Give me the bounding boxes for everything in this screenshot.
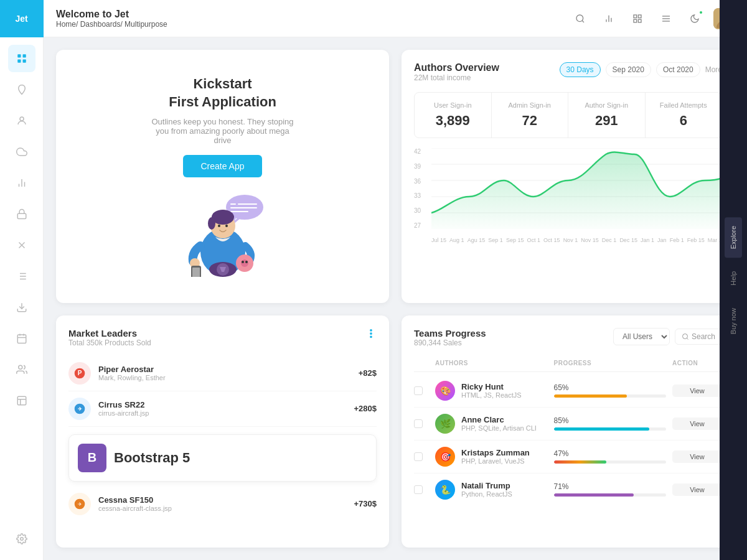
teams-user-filter[interactable]: All Users xyxy=(613,328,670,345)
svg-rect-23 xyxy=(17,396,26,405)
svg-rect-33 xyxy=(638,15,641,18)
sidebar-item-close[interactable] xyxy=(8,231,35,259)
row-checkbox-ricky[interactable] xyxy=(414,386,423,395)
table-header: AUTHORS PROGRESS ACTION xyxy=(414,356,722,372)
sidebar-item-chart[interactable] xyxy=(8,169,35,197)
search-placeholder-text: Search xyxy=(692,332,715,341)
logo[interactable]: Jet xyxy=(0,0,44,37)
stat-failed-attempts: Failed Attempts 6 xyxy=(646,93,722,138)
team-author-ricky: 🎨 Ricky Hunt HTML, JS, ReactJS xyxy=(435,381,548,401)
right-sidebar-explore[interactable]: Explore xyxy=(725,217,742,258)
sidebar: Jet xyxy=(0,0,44,560)
team-name-natali: Natali Trump xyxy=(461,481,512,490)
stat-value-user: 3,899 xyxy=(422,113,484,129)
progress-kristaps: 47% xyxy=(554,449,667,464)
kickstart-title: Kickstart First Application xyxy=(169,75,276,111)
right-sidebar-help[interactable]: Help xyxy=(725,263,742,294)
chart-svg-container xyxy=(431,148,722,229)
row-checkbox-anne[interactable] xyxy=(414,419,423,428)
sidebar-nav xyxy=(8,37,35,518)
sidebar-item-settings[interactable] xyxy=(8,525,35,553)
row-checkbox-kristaps[interactable] xyxy=(414,452,423,461)
y-label-36: 36 xyxy=(414,178,429,185)
team-author-kristaps: 🎯 Kristaps Zumman PHP, Laravel, VueJS xyxy=(435,447,548,467)
chart-y-labels: 42 39 36 33 30 27 xyxy=(414,148,429,229)
market-header: Market Leaders Total 350k Products Sold xyxy=(68,328,377,347)
market-subtitle: Total 350k Products Sold xyxy=(68,338,151,347)
col-action: ACTION xyxy=(672,360,722,366)
sidebar-item-home[interactable] xyxy=(8,45,35,72)
stat-value-admin: 72 xyxy=(499,113,561,129)
row-checkbox-natali[interactable] xyxy=(414,485,423,494)
svg-text:✈: ✈ xyxy=(78,501,82,507)
progress-bar-bg-ricky xyxy=(554,394,667,398)
svg-point-63 xyxy=(242,261,244,263)
market-name-cirrus: Cirrus SR22 xyxy=(98,400,354,409)
filter-30days[interactable]: 30 Days xyxy=(560,62,601,77)
progress-bar-fill-natali xyxy=(554,493,634,497)
create-app-button[interactable]: Create App xyxy=(183,155,261,177)
market-sub-piper: Mark, Rowling, Esther xyxy=(98,374,359,381)
progress-pct-ricky: 65% xyxy=(554,383,667,392)
market-leaders-card: Market Leaders Total 350k Products Sold … xyxy=(56,315,389,548)
sidebar-item-list[interactable] xyxy=(8,263,35,290)
svg-point-22 xyxy=(18,365,22,369)
market-icon-piper: P xyxy=(68,362,91,385)
teams-search[interactable]: Search xyxy=(675,329,722,345)
progress-bar-bg-natali xyxy=(554,493,667,497)
progress-bar-fill-anne xyxy=(554,427,649,431)
sidebar-item-cloud[interactable] xyxy=(8,138,35,166)
svg-point-71 xyxy=(370,332,372,334)
menu-icon[interactable] xyxy=(656,9,676,29)
bar-chart-icon[interactable] xyxy=(599,9,619,29)
authors-overview-card: Authors Overview 22M total income 30 Day… xyxy=(402,50,735,303)
svg-point-26 xyxy=(20,538,23,541)
sidebar-item-user[interactable] xyxy=(8,107,35,134)
market-more-icon[interactable] xyxy=(365,328,377,342)
progress-anne: 85% xyxy=(554,416,667,431)
sidebar-item-pin[interactable] xyxy=(8,76,35,103)
right-sidebar-buynow[interactable]: Buy now xyxy=(725,299,742,343)
logo-text: Jet xyxy=(15,14,27,24)
stat-label-failed: Failed Attempts xyxy=(653,101,715,109)
svg-rect-8 xyxy=(17,213,26,218)
sidebar-item-lock[interactable] xyxy=(8,200,35,228)
progress-bar-bg-kristaps xyxy=(554,460,667,464)
view-btn-kristaps[interactable]: View xyxy=(672,450,722,463)
breadcrumb: Home/ Dashboards/ Multipurpose xyxy=(56,20,570,29)
col-authors: AUTHORS xyxy=(435,360,548,366)
progress-ricky: 65% xyxy=(554,383,667,398)
right-sidebar: Explore Help Buy now xyxy=(720,0,747,560)
stat-label-author: Author Sign-in xyxy=(576,101,637,109)
table-row: 🎨 Ricky Hunt HTML, JS, ReactJS 65% View xyxy=(414,375,722,408)
view-btn-anne[interactable]: View xyxy=(672,418,722,430)
svg-line-28 xyxy=(582,21,584,22)
sidebar-item-calendar[interactable] xyxy=(8,325,35,352)
filter-sep2020[interactable]: Sep 2020 xyxy=(606,62,651,77)
sidebar-item-download[interactable] xyxy=(8,294,35,321)
stat-label-admin: Admin Sign-in xyxy=(499,101,561,109)
svg-point-52 xyxy=(218,225,220,227)
teams-filters: All Users Search xyxy=(613,328,722,345)
team-author-natali: 🐍 Natali Trump Python, ReactJS xyxy=(435,480,548,500)
view-btn-natali[interactable]: View xyxy=(672,483,722,496)
team-tech-ricky: HTML, JS, ReactJS xyxy=(461,391,522,399)
market-name-cessna: Cessna SF150 xyxy=(98,495,354,505)
market-item-2: ✈ Cirrus SR22 cirrus-aircraft.jsp +280$ xyxy=(68,391,377,427)
grid-icon[interactable] xyxy=(627,9,647,29)
view-btn-ricky[interactable]: View xyxy=(672,385,722,397)
search-icon[interactable] xyxy=(570,9,590,29)
sidebar-item-template[interactable] xyxy=(8,387,35,414)
svg-rect-34 xyxy=(638,19,641,22)
stat-value-failed: 6 xyxy=(653,113,715,129)
filter-oct2020[interactable]: Oct 2020 xyxy=(656,62,700,77)
moon-icon[interactable] xyxy=(685,9,705,29)
sidebar-item-users[interactable] xyxy=(8,356,35,383)
main-content: Kickstart First Application Outlines kee… xyxy=(44,37,747,560)
x-label-jul15: Jul 15 xyxy=(431,237,446,243)
breadcrumb-current: Multipurpose xyxy=(125,20,167,29)
y-label-39: 39 xyxy=(414,163,429,170)
teams-title: Teams Progress xyxy=(414,328,486,338)
bootstrap-banner: B Bootstrap 5 xyxy=(68,434,377,482)
x-label-agu15: Agu 15 xyxy=(467,237,486,243)
